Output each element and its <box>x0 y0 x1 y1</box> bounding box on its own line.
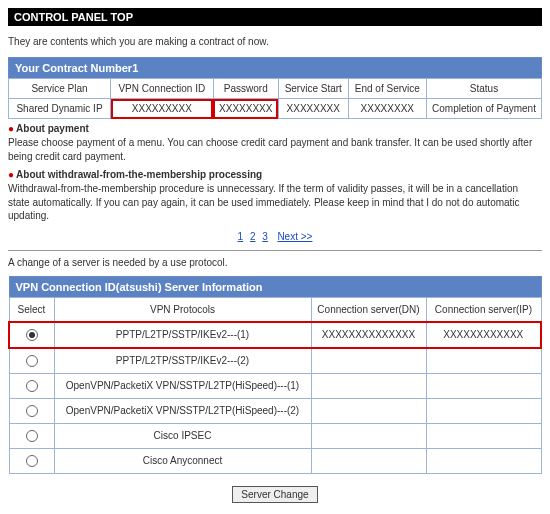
server-header: VPN Connection ID(atsushi) Server Inform… <box>9 276 541 297</box>
cell-protocol: Cisco IPSEC <box>54 423 311 448</box>
server-row: OpenVPN/PacketiX VPN/SSTP/L2TP(HiSpeed)-… <box>9 373 541 398</box>
cell-start: XXXXXXXX <box>278 99 348 119</box>
server-row: Cisco IPSEC <box>9 423 541 448</box>
col-end-of-service: End of Service <box>348 79 426 99</box>
pager: 1 2 3 Next >> <box>8 231 542 242</box>
col-protocols: VPN Protocols <box>54 297 311 322</box>
col-vpn-id: VPN Connection ID <box>111 79 214 99</box>
bullet-icon: ● <box>8 169 14 180</box>
cell-ip <box>426 448 541 473</box>
cell-plan: Shared Dynamic IP <box>9 99 111 119</box>
page-1-link[interactable]: 1 <box>238 231 244 242</box>
col-service-start: Service Start <box>278 79 348 99</box>
about-payment-body: Please choose payment of a menu. You can… <box>8 136 542 163</box>
cell-protocol: OpenVPN/PacketiX VPN/SSTP/L2TP(HiSpeed)-… <box>54 398 311 423</box>
col-ip: Connection server(IP) <box>426 297 541 322</box>
cell-dn <box>311 398 426 423</box>
col-service-plan: Service Plan <box>9 79 111 99</box>
bullet-icon: ● <box>8 123 14 134</box>
page-next-link[interactable]: Next >> <box>277 231 312 242</box>
about-withdraw-title: ●About withdrawal-from-the-membership pr… <box>8 169 542 180</box>
server-table: VPN Connection ID(atsushi) Server Inform… <box>8 276 542 474</box>
divider <box>8 250 542 251</box>
page-title: CONTROL PANEL TOP <box>8 8 542 26</box>
page-2-link[interactable]: 2 <box>250 231 256 242</box>
cell-end: XXXXXXXX <box>348 99 426 119</box>
radio-select[interactable] <box>26 430 38 442</box>
cell-dn <box>311 373 426 398</box>
radio-select[interactable] <box>26 329 38 341</box>
server-note: A change of a server is needed by a use … <box>8 257 542 268</box>
contract-row: Shared Dynamic IP XXXXXXXXX XXXXXXXX XXX… <box>9 99 542 119</box>
radio-select[interactable] <box>26 380 38 392</box>
server-change-button[interactable]: Server Change <box>232 486 317 503</box>
col-dn: Connection server(DN) <box>311 297 426 322</box>
server-row: OpenVPN/PacketiX VPN/SSTP/L2TP(HiSpeed)-… <box>9 398 541 423</box>
radio-select[interactable] <box>26 455 38 467</box>
col-select: Select <box>9 297 54 322</box>
cell-dn <box>311 423 426 448</box>
cell-ip: XXXXXXXXXXXX <box>426 322 541 348</box>
cell-ip <box>426 373 541 398</box>
radio-select[interactable] <box>26 405 38 417</box>
cell-ip <box>426 423 541 448</box>
contract-table: Your Contract Number1 Service Plan VPN C… <box>8 57 542 119</box>
cell-password: XXXXXXXX <box>213 99 278 119</box>
cell-dn <box>311 348 426 374</box>
intro-text: They are contents which you are making a… <box>8 36 542 47</box>
server-row: PPTP/L2TP/SSTP/IKEv2---(1) XXXXXXXXXXXXX… <box>9 322 541 348</box>
col-status: Status <box>427 79 542 99</box>
cell-ip <box>426 348 541 374</box>
server-row: Cisco Anyconnect <box>9 448 541 473</box>
contract-header: Your Contract Number1 <box>9 58 542 79</box>
cell-protocol: PPTP/L2TP/SSTP/IKEv2---(1) <box>54 322 311 348</box>
cell-protocol: Cisco Anyconnect <box>54 448 311 473</box>
cell-dn: XXXXXXXXXXXXXX <box>311 322 426 348</box>
cell-protocol: PPTP/L2TP/SSTP/IKEv2---(2) <box>54 348 311 374</box>
cell-vpn-id: XXXXXXXXX <box>111 99 214 119</box>
cell-ip <box>426 398 541 423</box>
server-row: PPTP/L2TP/SSTP/IKEv2---(2) <box>9 348 541 374</box>
page-3-link[interactable]: 3 <box>262 231 268 242</box>
cell-protocol: OpenVPN/PacketiX VPN/SSTP/L2TP(HiSpeed)-… <box>54 373 311 398</box>
cell-status: Completion of Payment <box>427 99 542 119</box>
about-withdraw-body: Withdrawal-from-the-membership procedure… <box>8 182 542 223</box>
cell-dn <box>311 448 426 473</box>
about-payment-title: ●About payment <box>8 123 542 134</box>
radio-select[interactable] <box>26 355 38 367</box>
col-password: Password <box>213 79 278 99</box>
